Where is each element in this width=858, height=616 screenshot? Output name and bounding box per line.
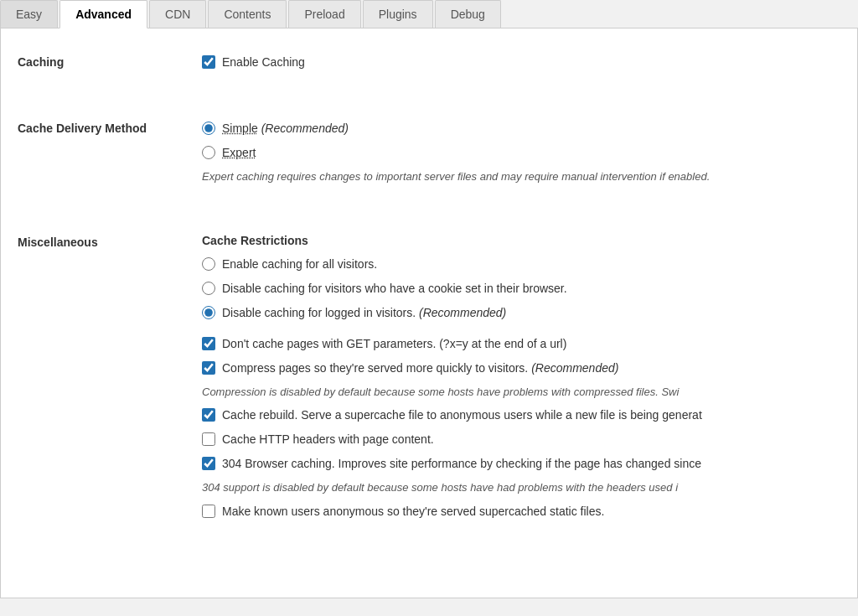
enable-caching-checkbox[interactable] [202, 55, 215, 69]
cache-restrictions-group: Enable caching for all visitors. Disable… [202, 256, 832, 322]
logged-in-radio[interactable] [202, 306, 215, 319]
get-params-label[interactable]: Don't cache pages with GET parameters. (… [222, 335, 566, 353]
miscellaneous-section: Miscellaneous Cache Restrictions Enable … [18, 234, 832, 544]
cache-delivery-content: Simple (Recommended) Expert Expert cachi… [202, 120, 832, 192]
browser-cache-304-checkbox[interactable] [202, 457, 215, 470]
cache-rebuild-checkbox[interactable] [202, 408, 215, 422]
cache-rebuild-row: Cache rebuild. Serve a supercache file t… [202, 406, 832, 424]
known-users-row: Make known users anonymous so they're se… [202, 503, 832, 520]
tab-advanced[interactable]: Advanced [59, 0, 147, 28]
known-users-label[interactable]: Make known users anonymous so they're se… [222, 503, 604, 520]
miscellaneous-label: Miscellaneous [18, 234, 202, 527]
misc-checkboxes: Don't cache pages with GET parameters. (… [202, 335, 832, 520]
compress-checkbox[interactable] [202, 361, 215, 375]
browser-cache-304-label[interactable]: 304 Browser caching. Improves site perfo… [222, 455, 701, 473]
enable-caching-row: Enable Caching [202, 54, 832, 71]
tab-bar: EasyAdvancedCDNContentsPreloadPluginsDeb… [0, 0, 858, 28]
tab-preload[interactable]: Preload [288, 0, 360, 28]
cookie-visitors-label[interactable]: Disable caching for visitors who have a … [222, 280, 567, 298]
tab-debug[interactable]: Debug [435, 0, 501, 28]
cache-restrictions-title: Cache Restrictions [202, 234, 832, 247]
content-area: Caching Enable Caching Cache Delivery Me… [0, 28, 858, 598]
tab-cdn[interactable]: CDN [149, 0, 206, 28]
cache-http-checkbox[interactable] [202, 432, 215, 446]
expert-label[interactable]: Expert [222, 144, 256, 162]
expert-radio-row: Expert [202, 144, 832, 162]
cookie-visitors-radio[interactable] [202, 282, 215, 295]
tab-easy[interactable]: Easy [0, 0, 58, 28]
cache-http-label[interactable]: Cache HTTP headers with page content. [222, 431, 434, 448]
logged-in-label[interactable]: Disable caching for logged in visitors. … [222, 304, 506, 322]
cache-delivery-label: Cache Delivery Method [18, 120, 202, 192]
all-visitors-radio[interactable] [202, 257, 215, 271]
all-visitors-label[interactable]: Enable caching for all visitors. [222, 256, 377, 273]
caching-content: Enable Caching [202, 54, 832, 78]
tab-contents[interactable]: Contents [208, 0, 287, 28]
simple-radio-row: Simple (Recommended) [202, 120, 832, 137]
tab-plugins[interactable]: Plugins [363, 0, 433, 28]
miscellaneous-content: Cache Restrictions Enable caching for al… [202, 234, 832, 527]
all-visitors-row: Enable caching for all visitors. [202, 256, 832, 273]
get-params-row: Don't cache pages with GET parameters. (… [202, 335, 832, 353]
browser-cache-304-hint: 304 support is disabled by default becau… [202, 479, 832, 496]
logged-in-row: Disable caching for logged in visitors. … [202, 304, 832, 322]
known-users-checkbox[interactable] [202, 505, 215, 518]
expert-radio[interactable] [202, 146, 215, 159]
cache-rebuild-label[interactable]: Cache rebuild. Serve a supercache file t… [222, 406, 702, 424]
cookie-visitors-row: Disable caching for visitors who have a … [202, 280, 832, 298]
caching-label: Caching [18, 54, 202, 78]
caching-section: Caching Enable Caching [18, 54, 832, 95]
cache-http-row: Cache HTTP headers with page content. [202, 431, 832, 448]
compress-row: Compress pages so they're served more qu… [202, 360, 832, 377]
browser-cache-304-row: 304 Browser caching. Improves site perfo… [202, 455, 832, 473]
compress-label[interactable]: Compress pages so they're served more qu… [222, 360, 618, 377]
get-params-checkbox[interactable] [202, 337, 215, 350]
enable-caching-label-text[interactable]: Enable Caching [222, 54, 305, 71]
simple-label[interactable]: Simple (Recommended) [222, 120, 349, 137]
compress-hint: Compression is disabled by default becau… [202, 384, 832, 401]
simple-radio[interactable] [202, 122, 215, 135]
cache-delivery-section: Cache Delivery Method Simple (Recommende… [18, 120, 832, 209]
cache-delivery-hint: Expert caching requires changes to impor… [202, 168, 832, 185]
